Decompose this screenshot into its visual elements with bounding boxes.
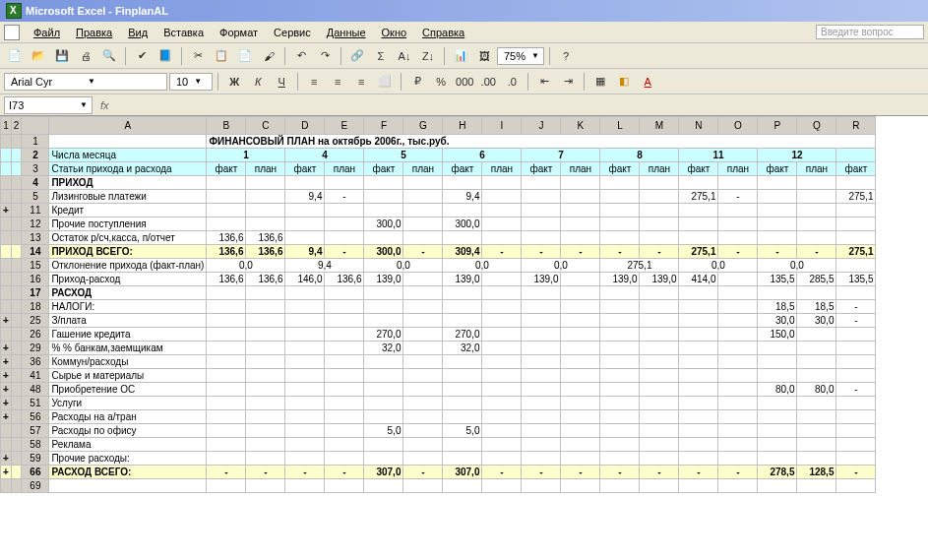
cell[interactable] xyxy=(718,479,758,493)
cell[interactable] xyxy=(364,204,403,218)
cell[interactable] xyxy=(600,176,640,190)
cell[interactable] xyxy=(364,190,403,204)
col-header-G[interactable]: G xyxy=(403,117,443,135)
table-row[interactable]: 5Лизинговые платежи9,4-9,4275,1-275,1 xyxy=(1,190,876,204)
cell[interactable] xyxy=(758,410,797,424)
row-label[interactable]: РАСХОД ВСЕГО: xyxy=(49,466,207,479)
cell[interactable] xyxy=(640,452,679,466)
day-header[interactable]: 4 xyxy=(285,149,364,162)
outline-toggle[interactable] xyxy=(1,218,12,231)
cell[interactable] xyxy=(718,452,758,466)
outline-toggle[interactable] xyxy=(1,162,12,176)
cell[interactable] xyxy=(679,479,718,493)
cell[interactable] xyxy=(600,314,640,328)
cut-button[interactable]: ✂ xyxy=(187,45,209,67)
italic-button[interactable]: К xyxy=(247,71,269,93)
col-header-C[interactable]: C xyxy=(246,117,285,135)
cell[interactable] xyxy=(718,231,758,245)
sort-asc-button[interactable]: A↓ xyxy=(394,45,415,67)
hyperlink-button[interactable]: 🔗 xyxy=(346,45,368,67)
cell[interactable] xyxy=(640,479,679,493)
menu-view[interactable]: Вид xyxy=(128,27,148,38)
sub-header[interactable]: план xyxy=(718,162,758,176)
cell[interactable] xyxy=(285,342,325,355)
chevron-down-icon[interactable]: ▼ xyxy=(86,77,164,86)
cell[interactable] xyxy=(836,369,876,383)
cell[interactable] xyxy=(403,452,443,466)
cell[interactable] xyxy=(443,410,482,424)
outline-toggle[interactable]: + xyxy=(1,466,12,479)
sub-header[interactable]: факт xyxy=(836,162,876,176)
outline-level-1[interactable]: 1 xyxy=(1,117,12,135)
table-row[interactable]: 13Остаток р/сч,касса, п/отчет136,6136,6 xyxy=(1,231,876,245)
cell[interactable] xyxy=(207,218,246,231)
cell[interactable] xyxy=(561,410,600,424)
cell[interactable] xyxy=(797,218,836,231)
select-all[interactable] xyxy=(22,117,49,135)
cell[interactable] xyxy=(364,314,403,328)
col-header-K[interactable]: K xyxy=(561,117,600,135)
cell[interactable] xyxy=(797,176,836,190)
table-row[interactable]: +11Кредит xyxy=(1,204,876,218)
cell[interactable]: - xyxy=(482,466,522,479)
cell[interactable] xyxy=(482,397,522,410)
cell[interactable] xyxy=(325,355,364,369)
cell[interactable]: Статьи прихода и расхода xyxy=(49,162,207,176)
chevron-down-icon[interactable]: ▼ xyxy=(192,77,210,86)
cell[interactable] xyxy=(758,176,797,190)
cell[interactable] xyxy=(797,424,836,438)
dec-indent-button[interactable]: ⇤ xyxy=(533,71,555,93)
row-header[interactable]: 5 xyxy=(22,190,49,204)
table-row[interactable]: 4ПРИХОД xyxy=(1,176,876,190)
cell[interactable] xyxy=(403,397,443,410)
cell[interactable] xyxy=(207,286,246,300)
cell[interactable] xyxy=(443,355,482,369)
row-header[interactable]: 18 xyxy=(22,300,49,314)
cell[interactable]: 307,0 xyxy=(364,466,403,479)
cell[interactable] xyxy=(325,204,364,218)
cell[interactable] xyxy=(758,286,797,300)
chevron-down-icon[interactable]: ▼ xyxy=(80,100,88,109)
cell[interactable] xyxy=(522,286,561,300)
cell[interactable] xyxy=(482,273,522,286)
cell[interactable] xyxy=(640,424,679,438)
cell[interactable] xyxy=(403,231,443,245)
cell[interactable]: 136,6 xyxy=(325,273,364,286)
cell[interactable] xyxy=(561,424,600,438)
cell[interactable] xyxy=(600,190,640,204)
cell[interactable]: - xyxy=(836,314,876,328)
cell[interactable] xyxy=(364,479,403,493)
cell[interactable] xyxy=(758,438,797,452)
cell[interactable] xyxy=(285,479,325,493)
cell[interactable] xyxy=(836,259,876,273)
autosum-button[interactable]: Σ xyxy=(370,45,392,67)
cell[interactable] xyxy=(758,190,797,204)
cell[interactable] xyxy=(443,286,482,300)
cell[interactable] xyxy=(403,410,443,424)
menu-edit[interactable]: Правка xyxy=(76,27,112,38)
cell[interactable]: 9,4 xyxy=(285,245,325,259)
cell[interactable]: 300,0 xyxy=(443,218,482,231)
row-header[interactable]: 14 xyxy=(22,245,49,259)
cell[interactable] xyxy=(797,397,836,410)
cell[interactable] xyxy=(758,369,797,383)
outline-toggle[interactable] xyxy=(1,328,12,342)
cell[interactable] xyxy=(522,383,561,397)
cell[interactable]: - xyxy=(836,300,876,314)
cell[interactable]: 9,4 xyxy=(443,190,482,204)
table-row[interactable]: +25З/плата30,030,0- xyxy=(1,314,876,328)
cell[interactable] xyxy=(640,286,679,300)
outline-toggle[interactable] xyxy=(1,424,12,438)
cell[interactable] xyxy=(207,204,246,218)
research-button[interactable]: 📘 xyxy=(155,45,176,67)
table-row[interactable]: 1ФИНАНСОВЫЙ ПЛАН на октябрь 2006г., тыс.… xyxy=(1,135,876,149)
cell[interactable] xyxy=(758,218,797,231)
cell[interactable] xyxy=(718,410,758,424)
cell[interactable] xyxy=(285,176,325,190)
cell[interactable]: Числа месяца xyxy=(49,149,207,162)
open-button[interactable]: 📂 xyxy=(28,45,49,67)
row-header[interactable]: 57 xyxy=(22,424,49,438)
cell[interactable] xyxy=(364,286,403,300)
cell[interactable] xyxy=(443,369,482,383)
cell[interactable] xyxy=(246,176,285,190)
